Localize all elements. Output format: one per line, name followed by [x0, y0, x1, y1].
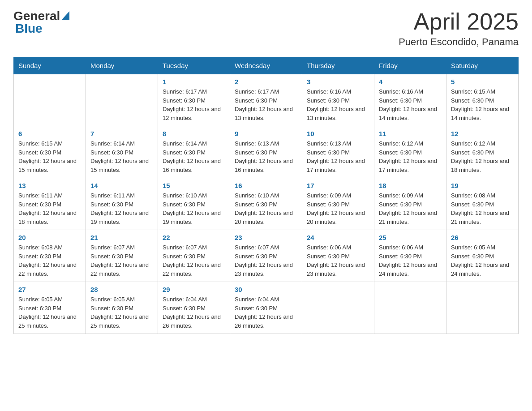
week-row-4: 20Sunrise: 6:08 AMSunset: 6:30 PMDayligh… — [14, 230, 519, 282]
day-info: Sunrise: 6:12 AMSunset: 6:30 PMDaylight:… — [451, 139, 514, 174]
day-number: 29 — [163, 286, 225, 293]
day-header-monday: Monday — [86, 57, 158, 74]
calendar-cell: 28Sunrise: 6:05 AMSunset: 6:30 PMDayligh… — [86, 282, 158, 334]
calendar-cell: 5Sunrise: 6:15 AMSunset: 6:30 PMDaylight… — [446, 74, 519, 126]
day-number: 23 — [235, 234, 297, 241]
day-info: Sunrise: 6:14 AMSunset: 6:30 PMDaylight:… — [90, 139, 153, 174]
day-number: 22 — [163, 234, 225, 241]
calendar-title: April 2025 — [399, 9, 519, 34]
calendar-cell: 14Sunrise: 6:11 AMSunset: 6:30 PMDayligh… — [86, 178, 158, 230]
day-info: Sunrise: 6:10 AMSunset: 6:30 PMDaylight:… — [235, 191, 297, 226]
logo-triangle-icon — [61, 11, 69, 22]
calendar-cell: 7Sunrise: 6:14 AMSunset: 6:30 PMDaylight… — [86, 126, 158, 178]
day-info: Sunrise: 6:10 AMSunset: 6:30 PMDaylight:… — [163, 191, 225, 226]
day-info: Sunrise: 6:11 AMSunset: 6:30 PMDaylight:… — [90, 191, 153, 226]
day-number: 17 — [307, 182, 369, 189]
day-number: 7 — [90, 130, 153, 137]
day-info: Sunrise: 6:09 AMSunset: 6:30 PMDaylight:… — [307, 191, 369, 226]
day-number: 25 — [379, 234, 442, 241]
day-info: Sunrise: 6:17 AMSunset: 6:30 PMDaylight:… — [163, 87, 225, 122]
day-number: 6 — [18, 130, 81, 137]
day-header-friday: Friday — [374, 57, 446, 74]
day-number: 1 — [163, 78, 225, 86]
logo-blue-text: Blue — [15, 21, 43, 36]
day-info: Sunrise: 6:06 AMSunset: 6:30 PMDaylight:… — [379, 243, 442, 278]
day-info: Sunrise: 6:07 AMSunset: 6:30 PMDaylight:… — [235, 243, 297, 278]
calendar-cell: 2Sunrise: 6:17 AMSunset: 6:30 PMDaylight… — [230, 74, 302, 126]
day-info: Sunrise: 6:05 AMSunset: 6:30 PMDaylight:… — [90, 295, 153, 330]
day-info: Sunrise: 6:07 AMSunset: 6:30 PMDaylight:… — [90, 243, 153, 278]
day-info: Sunrise: 6:07 AMSunset: 6:30 PMDaylight:… — [163, 243, 225, 278]
day-number: 30 — [235, 286, 297, 293]
calendar-cell: 15Sunrise: 6:10 AMSunset: 6:30 PMDayligh… — [158, 178, 230, 230]
day-number: 16 — [235, 182, 297, 189]
day-info: Sunrise: 6:13 AMSunset: 6:30 PMDaylight:… — [235, 139, 297, 174]
day-info: Sunrise: 6:05 AMSunset: 6:30 PMDaylight:… — [451, 243, 514, 278]
day-info: Sunrise: 6:16 AMSunset: 6:30 PMDaylight:… — [379, 87, 442, 122]
day-headers-row: SundayMondayTuesdayWednesdayThursdayFrid… — [14, 57, 519, 74]
day-info: Sunrise: 6:12 AMSunset: 6:30 PMDaylight:… — [379, 139, 442, 174]
calendar-cell: 11Sunrise: 6:12 AMSunset: 6:30 PMDayligh… — [374, 126, 446, 178]
calendar-cell: 17Sunrise: 6:09 AMSunset: 6:30 PMDayligh… — [302, 178, 374, 230]
week-row-5: 27Sunrise: 6:05 AMSunset: 6:30 PMDayligh… — [14, 282, 519, 334]
calendar-cell: 22Sunrise: 6:07 AMSunset: 6:30 PMDayligh… — [158, 230, 230, 282]
day-number: 26 — [451, 234, 514, 241]
calendar-cell — [374, 282, 446, 334]
day-number: 13 — [18, 182, 81, 189]
calendar-cell: 9Sunrise: 6:13 AMSunset: 6:30 PMDaylight… — [230, 126, 302, 178]
day-number: 12 — [451, 130, 514, 137]
day-info: Sunrise: 6:11 AMSunset: 6:30 PMDaylight:… — [18, 191, 81, 226]
calendar-cell: 27Sunrise: 6:05 AMSunset: 6:30 PMDayligh… — [14, 282, 86, 334]
day-number: 11 — [379, 130, 442, 137]
week-row-3: 13Sunrise: 6:11 AMSunset: 6:30 PMDayligh… — [14, 178, 519, 230]
day-number: 15 — [163, 182, 225, 189]
calendar-cell — [446, 282, 519, 334]
day-number: 14 — [90, 182, 153, 189]
day-info: Sunrise: 6:14 AMSunset: 6:30 PMDaylight:… — [163, 139, 225, 174]
day-number: 4 — [379, 78, 442, 86]
calendar-body: 1Sunrise: 6:17 AMSunset: 6:30 PMDaylight… — [14, 74, 519, 334]
calendar-cell: 13Sunrise: 6:11 AMSunset: 6:30 PMDayligh… — [14, 178, 86, 230]
page-header: General Blue April 2025 Puerto Escondido… — [13, 9, 519, 48]
day-number: 24 — [307, 234, 369, 241]
calendar-cell — [86, 74, 158, 126]
calendar-cell: 25Sunrise: 6:06 AMSunset: 6:30 PMDayligh… — [374, 230, 446, 282]
day-number: 2 — [235, 78, 297, 86]
day-info: Sunrise: 6:06 AMSunset: 6:30 PMDaylight:… — [307, 243, 369, 278]
day-info: Sunrise: 6:15 AMSunset: 6:30 PMDaylight:… — [451, 87, 514, 122]
calendar-cell: 24Sunrise: 6:06 AMSunset: 6:30 PMDayligh… — [302, 230, 374, 282]
calendar-cell: 18Sunrise: 6:09 AMSunset: 6:30 PMDayligh… — [374, 178, 446, 230]
calendar-cell: 19Sunrise: 6:08 AMSunset: 6:30 PMDayligh… — [446, 178, 519, 230]
day-info: Sunrise: 6:05 AMSunset: 6:30 PMDaylight:… — [18, 295, 81, 330]
week-row-1: 1Sunrise: 6:17 AMSunset: 6:30 PMDaylight… — [14, 74, 519, 126]
day-info: Sunrise: 6:09 AMSunset: 6:30 PMDaylight:… — [379, 191, 442, 226]
day-header-sunday: Sunday — [14, 57, 86, 74]
calendar-cell: 26Sunrise: 6:05 AMSunset: 6:30 PMDayligh… — [446, 230, 519, 282]
day-number: 21 — [90, 234, 153, 241]
calendar-cell: 30Sunrise: 6:04 AMSunset: 6:30 PMDayligh… — [230, 282, 302, 334]
day-number: 18 — [379, 182, 442, 189]
logo: General Blue — [13, 9, 69, 36]
day-info: Sunrise: 6:13 AMSunset: 6:30 PMDaylight:… — [307, 139, 369, 174]
day-number: 19 — [451, 182, 514, 189]
day-number: 5 — [451, 78, 514, 86]
day-info: Sunrise: 6:04 AMSunset: 6:30 PMDaylight:… — [235, 295, 297, 330]
day-number: 8 — [163, 130, 225, 137]
day-number: 10 — [307, 130, 369, 137]
svg-marker-0 — [61, 11, 69, 20]
day-info: Sunrise: 6:17 AMSunset: 6:30 PMDaylight:… — [235, 87, 297, 122]
day-header-wednesday: Wednesday — [230, 57, 302, 74]
calendar-subtitle: Puerto Escondido, Panama — [399, 36, 519, 48]
day-info: Sunrise: 6:08 AMSunset: 6:30 PMDaylight:… — [18, 243, 81, 278]
calendar-cell: 6Sunrise: 6:15 AMSunset: 6:30 PMDaylight… — [14, 126, 86, 178]
week-row-2: 6Sunrise: 6:15 AMSunset: 6:30 PMDaylight… — [14, 126, 519, 178]
day-header-thursday: Thursday — [302, 57, 374, 74]
calendar-cell: 21Sunrise: 6:07 AMSunset: 6:30 PMDayligh… — [86, 230, 158, 282]
day-number: 3 — [307, 78, 369, 86]
calendar-cell — [14, 74, 86, 126]
calendar-cell: 16Sunrise: 6:10 AMSunset: 6:30 PMDayligh… — [230, 178, 302, 230]
calendar-cell: 3Sunrise: 6:16 AMSunset: 6:30 PMDaylight… — [302, 74, 374, 126]
calendar-cell: 1Sunrise: 6:17 AMSunset: 6:30 PMDaylight… — [158, 74, 230, 126]
day-number: 28 — [90, 286, 153, 293]
calendar-cell: 4Sunrise: 6:16 AMSunset: 6:30 PMDaylight… — [374, 74, 446, 126]
